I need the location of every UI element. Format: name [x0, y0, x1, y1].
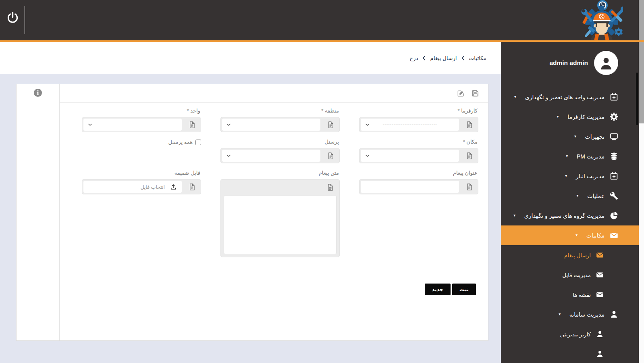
document-icon	[322, 148, 339, 163]
file-picker[interactable]: انتخاب فایل	[83, 181, 182, 193]
caret-down-icon: ▼	[565, 174, 568, 178]
message-title-input[interactable]	[361, 184, 459, 190]
chevron-down-icon	[364, 153, 370, 159]
document-icon	[326, 184, 334, 191]
breadcrumb-bar: مکاتبات ارسال پیغام درج	[0, 42, 501, 74]
sidebar-item-correspondence[interactable]: مکاتبات ▼	[501, 225, 644, 245]
sidebar-item-partial[interactable]	[501, 344, 644, 363]
unit-select[interactable]	[82, 117, 201, 132]
gear-icon	[610, 113, 618, 121]
sidebar-item-maintenance-units[interactable]: مدیریت واحد های تعمیر و نگهداری ▼	[501, 87, 644, 107]
document-icon	[183, 179, 201, 194]
caret-down-icon: ▼	[576, 194, 579, 198]
form-actions: ثبت جدید	[425, 284, 476, 295]
sidebar-nav: مدیریت واحد های تعمیر و نگهداری ▼ مدیریت…	[501, 87, 644, 363]
sidebar: admin admin مدیریت واحد های تعمیر و نگهد…	[501, 42, 644, 363]
location-label: مکان *	[359, 139, 478, 146]
breadcrumb-item-insert: درج	[409, 55, 418, 61]
breadcrumb-item-correspondence[interactable]: مکاتبات	[469, 55, 486, 61]
chevron-left-icon	[461, 56, 465, 60]
employer-select-value: ------------------------------	[361, 122, 459, 127]
envelope-icon	[610, 231, 618, 240]
save-icon[interactable]	[472, 90, 479, 97]
edit-icon[interactable]	[457, 90, 465, 97]
document-icon	[183, 117, 201, 132]
sidebar-item-operations[interactable]: عملیات ▼	[501, 186, 644, 206]
chevron-left-icon	[422, 56, 426, 60]
caret-down-icon: ▼	[575, 234, 578, 237]
submit-button[interactable]: ثبت	[452, 284, 476, 295]
unit-label: واحد *	[82, 108, 200, 115]
caret-down-icon: ▼	[513, 214, 516, 217]
page-scrollbar-thumb[interactable]	[639, 0, 644, 123]
message-body-textarea[interactable]	[224, 196, 337, 254]
chevron-down-icon	[364, 122, 370, 128]
caret-down-icon: ▼	[556, 115, 559, 119]
employer-select[interactable]: ------------------------------	[359, 117, 478, 132]
personnel-select[interactable]	[220, 148, 340, 163]
user-name: admin admin	[549, 59, 588, 67]
card-toolbar	[60, 84, 488, 103]
chevron-down-icon	[87, 122, 93, 128]
topbar-divider	[25, 6, 25, 34]
sidebar-item-employer-management[interactable]: مدیریت کارفرما ▼	[501, 107, 644, 127]
message-title-label: عنوان پیغام	[359, 170, 478, 177]
power-icon[interactable]	[6, 11, 19, 24]
wrench-icon	[610, 192, 618, 200]
attachment-label: فایل ضمیمه	[82, 170, 200, 177]
user-icon	[599, 56, 613, 71]
caret-down-icon: ▼	[565, 154, 569, 158]
envelope-icon	[596, 271, 604, 279]
avatar	[594, 51, 618, 75]
field-message-body: متن پیغام	[220, 170, 340, 257]
field-personnel: پرسنل	[220, 139, 340, 163]
field-unit: واحد *	[82, 108, 201, 132]
send-message-form: کارفرما * ------------------------------…	[60, 103, 488, 257]
field-attachment: فایل ضمیمه انتخاب فایل	[82, 170, 201, 257]
card-main: کارفرما * ------------------------------…	[60, 84, 488, 340]
sidebar-item-admin-user[interactable]: کاربر مدیریتی	[501, 324, 644, 344]
app-logo	[580, 0, 623, 40]
field-message-title: عنوان پیغام	[359, 170, 478, 257]
field-region: منطقه *	[220, 108, 340, 132]
breadcrumb-item-send-message[interactable]: ارسال پیغام	[430, 55, 457, 61]
employer-label: کارفرما *	[359, 108, 478, 115]
all-personnel-checkbox[interactable]	[195, 140, 201, 145]
user-icon	[596, 330, 604, 338]
card-side-panel	[17, 84, 60, 340]
info-icon[interactable]	[33, 88, 42, 97]
pie-chart-icon	[610, 211, 618, 220]
chevron-down-icon	[226, 122, 232, 128]
sidebar-item-file-management[interactable]: مدیریت فایل	[501, 265, 644, 285]
envelope-icon	[596, 251, 604, 259]
sidebar-item-send-message[interactable]: ارسال پیغام	[501, 245, 644, 265]
upload-icon	[170, 183, 177, 190]
document-icon	[460, 117, 478, 132]
sidebar-scrollbar-thumb[interactable]	[636, 73, 638, 125]
all-personnel-label: همه پرسنل	[168, 139, 193, 145]
message-title-control	[359, 179, 478, 194]
location-select[interactable]	[359, 148, 478, 163]
message-body-control	[220, 179, 340, 257]
page-scrollbar[interactable]	[639, 0, 644, 363]
chevron-down-icon	[226, 153, 232, 159]
document-icon	[460, 148, 478, 163]
sidebar-item-maintenance-groups[interactable]: مدیریت گروه های تعمیر و نگهداری ▼	[501, 206, 644, 225]
caret-down-icon: ▼	[573, 135, 577, 138]
monitor-icon	[610, 132, 618, 141]
new-button[interactable]: جدید	[425, 284, 451, 295]
sidebar-item-warehouse-management[interactable]: مدیریت انبار ▼	[501, 166, 644, 186]
attachment-control: انتخاب فایل	[82, 179, 201, 194]
database-icon	[610, 152, 618, 161]
sidebar-item-maps[interactable]: نقشه ها	[501, 285, 644, 305]
accent-divider	[0, 40, 644, 42]
sidebar-item-pm-management[interactable]: مدیریت PM ▼	[501, 146, 644, 166]
calendar-plus-icon	[610, 93, 618, 101]
region-select[interactable]	[220, 117, 340, 132]
breadcrumb: مکاتبات ارسال پیغام درج	[409, 42, 486, 74]
sidebar-item-equipment[interactable]: تجهیزات ▼	[501, 127, 644, 146]
sidebar-item-system-management[interactable]: مدیریت سامانه ▼	[501, 305, 644, 324]
field-location: مکان *	[359, 139, 478, 163]
form-card: کارفرما * ------------------------------…	[16, 84, 488, 341]
file-picker-placeholder: انتخاب فایل	[140, 184, 165, 190]
